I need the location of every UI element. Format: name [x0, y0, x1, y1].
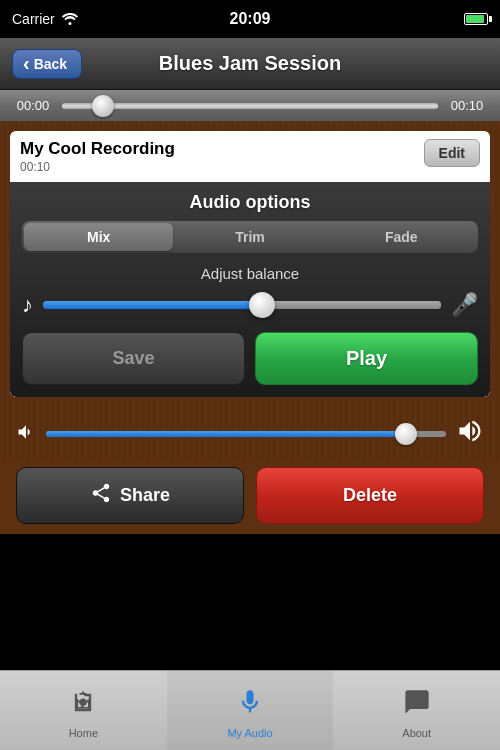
seeker-end-time: 00:10: [448, 98, 486, 113]
segment-mix[interactable]: Mix: [24, 223, 173, 251]
share-button[interactable]: Share: [16, 467, 244, 524]
volume-track[interactable]: [46, 431, 446, 437]
home-tab-icon: ♪: [69, 688, 97, 723]
share-label: Share: [120, 485, 170, 506]
balance-thumb[interactable]: [249, 292, 275, 318]
balance-row: ♪ 🎤: [22, 292, 478, 318]
about-tab-icon: [403, 688, 431, 723]
tab-about[interactable]: About: [333, 671, 500, 750]
audio-options-title: Audio options: [22, 182, 478, 221]
about-tab-label: About: [402, 727, 431, 739]
action-buttons: Save Play: [22, 332, 478, 385]
volume-thumb[interactable]: [395, 423, 417, 445]
tab-home[interactable]: ♪ Home: [0, 671, 167, 750]
recording-header: My Cool Recording 00:10 Edit: [10, 131, 490, 182]
edit-button[interactable]: Edit: [424, 139, 480, 167]
recording-duration: 00:10: [20, 160, 175, 174]
nav-title: Blues Jam Session: [159, 52, 341, 75]
balance-label: Adjust balance: [22, 265, 478, 282]
music-note-icon: ♪: [22, 292, 33, 318]
recording-title: My Cool Recording: [20, 139, 175, 159]
nav-bar: Back Blues Jam Session: [0, 38, 500, 90]
home-tab-label: Home: [69, 727, 98, 739]
status-bar: Carrier 20:09: [0, 0, 500, 38]
play-button[interactable]: Play: [255, 332, 478, 385]
segment-fade[interactable]: Fade: [327, 223, 476, 251]
balance-track-empty: [262, 301, 441, 309]
microphone-icon: 🎤: [451, 292, 478, 318]
my-audio-tab-icon: [236, 688, 264, 723]
share-icon: [90, 482, 112, 509]
recording-info: My Cool Recording 00:10: [20, 139, 175, 174]
seeker-track[interactable]: [62, 103, 438, 109]
back-button[interactable]: Back: [12, 49, 82, 79]
battery-icon: [464, 13, 488, 25]
tab-bar: ♪ Home My Audio About: [0, 670, 500, 750]
carrier-label: Carrier: [12, 11, 55, 27]
volume-track-fill: [46, 431, 406, 437]
audio-options-panel: Audio options Mix Trim Fade Adjust balan…: [10, 182, 490, 397]
recording-card: My Cool Recording 00:10 Edit Audio optio…: [10, 131, 490, 397]
main-content: My Cool Recording 00:10 Edit Audio optio…: [0, 121, 500, 407]
wifi-icon: [61, 11, 79, 28]
seeker-thumb[interactable]: [92, 95, 114, 117]
segment-trim[interactable]: Trim: [175, 223, 324, 251]
balance-track-fill: [43, 301, 262, 309]
volume-area: [0, 407, 500, 461]
my-audio-tab-label: My Audio: [227, 727, 272, 739]
volume-high-icon: [456, 417, 484, 451]
seeker-start-time: 00:00: [14, 98, 52, 113]
svg-text:♪: ♪: [79, 693, 87, 711]
segmented-control: Mix Trim Fade: [22, 221, 478, 253]
volume-low-icon: [16, 422, 36, 447]
status-time: 20:09: [230, 10, 271, 28]
delete-button[interactable]: Delete: [256, 467, 484, 524]
tab-my-audio[interactable]: My Audio: [167, 671, 334, 750]
balance-track[interactable]: [43, 301, 441, 309]
save-button[interactable]: Save: [22, 332, 245, 385]
share-delete-row: Share Delete: [0, 461, 500, 534]
seeker-area: 00:00 00:10: [0, 90, 500, 121]
